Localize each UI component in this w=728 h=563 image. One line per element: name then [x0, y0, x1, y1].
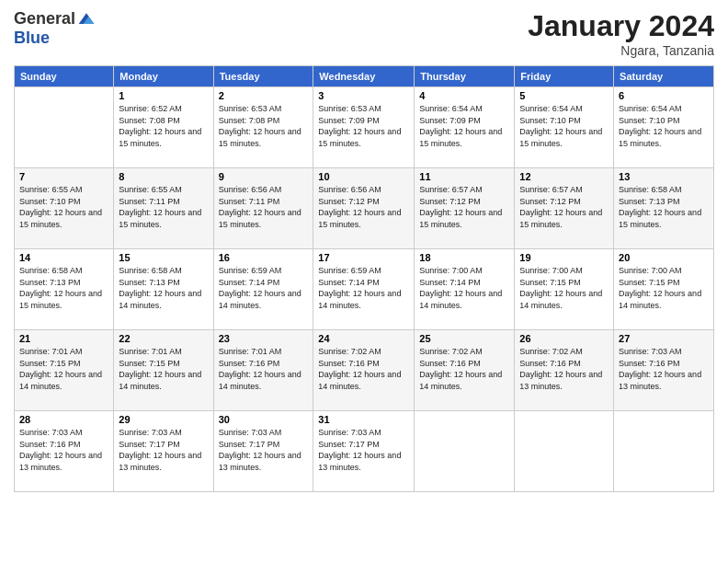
- day-info: Sunrise: 6:54 AMSunset: 7:09 PMDaylight:…: [419, 103, 509, 149]
- day-info: Sunrise: 7:00 AMSunset: 7:14 PMDaylight:…: [419, 265, 509, 311]
- logo-icon: [77, 10, 96, 29]
- day-number: 12: [519, 171, 609, 182]
- day-info: Sunrise: 6:58 AMSunset: 7:13 PMDaylight:…: [119, 265, 208, 311]
- day-number: 27: [619, 333, 709, 344]
- day-info: Sunrise: 7:01 AMSunset: 7:15 PMDaylight:…: [119, 346, 208, 392]
- day-number: 14: [19, 252, 108, 263]
- calendar-cell: 8Sunrise: 6:55 AMSunset: 7:11 PMDaylight…: [114, 168, 213, 249]
- day-number: 8: [119, 171, 208, 182]
- day-info: Sunrise: 6:59 AMSunset: 7:14 PMDaylight:…: [219, 265, 309, 311]
- calendar-cell: 11Sunrise: 6:57 AMSunset: 7:12 PMDayligh…: [415, 168, 515, 249]
- col-header-sunday: Sunday: [15, 66, 114, 87]
- calendar-cell: [15, 87, 114, 168]
- day-info: Sunrise: 7:02 AMSunset: 7:16 PMDaylight:…: [318, 346, 409, 392]
- day-number: 30: [219, 414, 309, 425]
- day-number: 29: [119, 414, 208, 425]
- day-number: 17: [318, 252, 409, 263]
- day-number: 24: [318, 333, 409, 344]
- logo-general-text: General: [14, 9, 75, 29]
- calendar-week-4: 21Sunrise: 7:01 AMSunset: 7:15 PMDayligh…: [15, 330, 714, 411]
- day-number: 28: [19, 414, 108, 425]
- calendar-cell: 22Sunrise: 7:01 AMSunset: 7:15 PMDayligh…: [114, 330, 213, 411]
- calendar-table: SundayMondayTuesdayWednesdayThursdayFrid…: [14, 65, 714, 492]
- day-info: Sunrise: 6:58 AMSunset: 7:13 PMDaylight:…: [619, 184, 709, 230]
- day-number: 31: [318, 414, 409, 425]
- day-info: Sunrise: 6:53 AMSunset: 7:09 PMDaylight:…: [318, 103, 409, 149]
- calendar-cell: 29Sunrise: 7:03 AMSunset: 7:17 PMDayligh…: [114, 411, 213, 492]
- calendar-cell: 30Sunrise: 7:03 AMSunset: 7:17 PMDayligh…: [213, 411, 313, 492]
- location: Ngara, Tanzania: [528, 43, 714, 58]
- day-info: Sunrise: 7:02 AMSunset: 7:16 PMDaylight:…: [419, 346, 509, 392]
- day-info: Sunrise: 6:57 AMSunset: 7:12 PMDaylight:…: [519, 184, 609, 230]
- calendar-cell: 14Sunrise: 6:58 AMSunset: 7:13 PMDayligh…: [15, 249, 114, 330]
- calendar-cell: 6Sunrise: 6:54 AMSunset: 7:10 PMDaylight…: [614, 87, 714, 168]
- calendar-cell: [415, 411, 515, 492]
- calendar-cell: 26Sunrise: 7:02 AMSunset: 7:16 PMDayligh…: [515, 330, 614, 411]
- calendar-cell: 21Sunrise: 7:01 AMSunset: 7:15 PMDayligh…: [15, 330, 114, 411]
- month-title: January 2024: [528, 9, 714, 43]
- calendar-cell: [614, 411, 714, 492]
- calendar-cell: [515, 411, 614, 492]
- calendar-cell: 10Sunrise: 6:56 AMSunset: 7:12 PMDayligh…: [313, 168, 415, 249]
- calendar-cell: 28Sunrise: 7:03 AMSunset: 7:16 PMDayligh…: [15, 411, 114, 492]
- day-number: 25: [419, 333, 509, 344]
- calendar-cell: 27Sunrise: 7:03 AMSunset: 7:16 PMDayligh…: [614, 330, 714, 411]
- day-info: Sunrise: 6:56 AMSunset: 7:11 PMDaylight:…: [219, 184, 309, 230]
- calendar-cell: 31Sunrise: 7:03 AMSunset: 7:17 PMDayligh…: [313, 411, 415, 492]
- day-number: 21: [19, 333, 108, 344]
- col-header-thursday: Thursday: [415, 66, 515, 87]
- day-number: 9: [219, 171, 309, 182]
- calendar-cell: 23Sunrise: 7:01 AMSunset: 7:16 PMDayligh…: [213, 330, 313, 411]
- day-info: Sunrise: 6:52 AMSunset: 7:08 PMDaylight:…: [119, 103, 208, 149]
- day-info: Sunrise: 7:03 AMSunset: 7:17 PMDaylight:…: [318, 427, 409, 473]
- day-number: 7: [19, 171, 108, 182]
- day-number: 23: [219, 333, 309, 344]
- page: General Blue January 2024 Ngara, Tanzani…: [0, 0, 728, 563]
- logo-blue-text: Blue: [14, 29, 50, 48]
- day-info: Sunrise: 7:00 AMSunset: 7:15 PMDaylight:…: [619, 265, 709, 311]
- calendar-cell: 3Sunrise: 6:53 AMSunset: 7:09 PMDaylight…: [313, 87, 415, 168]
- calendar-week-3: 14Sunrise: 6:58 AMSunset: 7:13 PMDayligh…: [15, 249, 714, 330]
- calendar-cell: 12Sunrise: 6:57 AMSunset: 7:12 PMDayligh…: [515, 168, 614, 249]
- logo: General Blue: [14, 9, 96, 48]
- day-info: Sunrise: 6:55 AMSunset: 7:11 PMDaylight:…: [119, 184, 208, 230]
- calendar-cell: 2Sunrise: 6:53 AMSunset: 7:08 PMDaylight…: [213, 87, 313, 168]
- calendar-cell: 15Sunrise: 6:58 AMSunset: 7:13 PMDayligh…: [114, 249, 213, 330]
- col-header-friday: Friday: [515, 66, 614, 87]
- day-info: Sunrise: 7:01 AMSunset: 7:16 PMDaylight:…: [219, 346, 309, 392]
- day-number: 10: [318, 171, 409, 182]
- col-header-monday: Monday: [114, 66, 213, 87]
- calendar-cell: 17Sunrise: 6:59 AMSunset: 7:14 PMDayligh…: [313, 249, 415, 330]
- calendar-cell: 4Sunrise: 6:54 AMSunset: 7:09 PMDaylight…: [415, 87, 515, 168]
- col-header-tuesday: Tuesday: [213, 66, 313, 87]
- calendar-cell: 24Sunrise: 7:02 AMSunset: 7:16 PMDayligh…: [313, 330, 415, 411]
- calendar-cell: 18Sunrise: 7:00 AMSunset: 7:14 PMDayligh…: [415, 249, 515, 330]
- day-number: 4: [419, 90, 509, 101]
- day-info: Sunrise: 7:03 AMSunset: 7:16 PMDaylight:…: [19, 427, 108, 473]
- day-number: 16: [219, 252, 309, 263]
- calendar-cell: 13Sunrise: 6:58 AMSunset: 7:13 PMDayligh…: [614, 168, 714, 249]
- day-number: 20: [619, 252, 709, 263]
- calendar-week-1: 1Sunrise: 6:52 AMSunset: 7:08 PMDaylight…: [15, 87, 714, 168]
- day-info: Sunrise: 6:54 AMSunset: 7:10 PMDaylight:…: [519, 103, 609, 149]
- day-number: 13: [619, 171, 709, 182]
- day-info: Sunrise: 6:54 AMSunset: 7:10 PMDaylight:…: [619, 103, 709, 149]
- calendar-cell: 7Sunrise: 6:55 AMSunset: 7:10 PMDaylight…: [15, 168, 114, 249]
- day-number: 5: [519, 90, 609, 101]
- header: General Blue January 2024 Ngara, Tanzani…: [14, 9, 714, 58]
- day-number: 15: [119, 252, 208, 263]
- calendar-cell: 16Sunrise: 6:59 AMSunset: 7:14 PMDayligh…: [213, 249, 313, 330]
- day-number: 26: [519, 333, 609, 344]
- calendar-cell: 20Sunrise: 7:00 AMSunset: 7:15 PMDayligh…: [614, 249, 714, 330]
- day-info: Sunrise: 7:02 AMSunset: 7:16 PMDaylight:…: [519, 346, 609, 392]
- day-info: Sunrise: 6:55 AMSunset: 7:10 PMDaylight:…: [19, 184, 108, 230]
- day-number: 1: [119, 90, 208, 101]
- day-info: Sunrise: 6:56 AMSunset: 7:12 PMDaylight:…: [318, 184, 409, 230]
- day-number: 11: [419, 171, 509, 182]
- day-number: 22: [119, 333, 208, 344]
- day-number: 2: [219, 90, 309, 101]
- calendar-header-row: SundayMondayTuesdayWednesdayThursdayFrid…: [15, 66, 714, 87]
- day-number: 6: [619, 90, 709, 101]
- calendar-week-5: 28Sunrise: 7:03 AMSunset: 7:16 PMDayligh…: [15, 411, 714, 492]
- day-info: Sunrise: 7:00 AMSunset: 7:15 PMDaylight:…: [519, 265, 609, 311]
